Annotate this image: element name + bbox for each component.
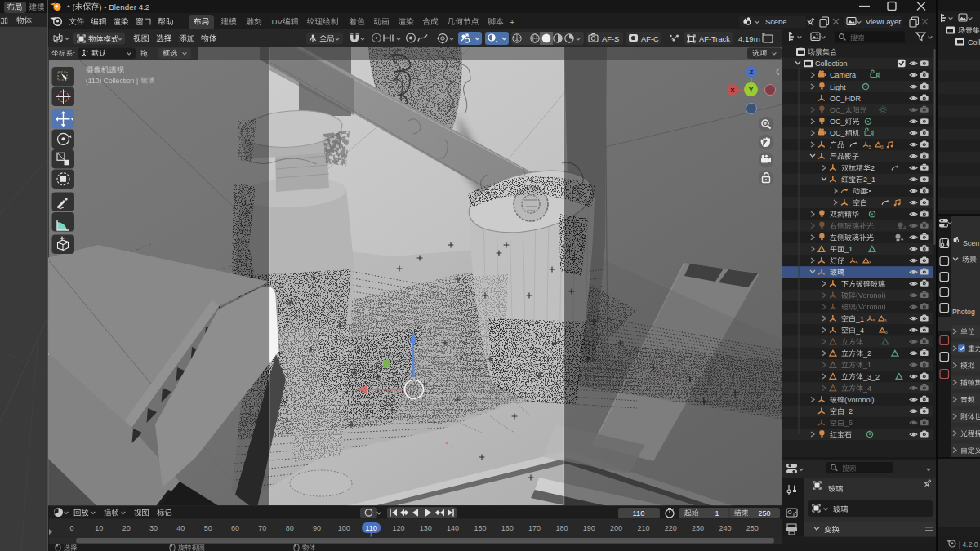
svg-text:) - Blender 4.2: ) - Blender 4.2 xyxy=(99,2,149,11)
svg-text:180: 180 xyxy=(555,524,568,532)
svg-text:110: 110 xyxy=(633,509,645,518)
svg-text::: : xyxy=(73,50,74,58)
svg-text:5: 5 xyxy=(869,144,871,149)
svg-text:240: 240 xyxy=(719,524,731,532)
svg-text:Scene: Scene xyxy=(765,18,786,26)
svg-text:Z: Z xyxy=(750,69,754,76)
svg-text:20: 20 xyxy=(122,524,131,532)
svg-text:_4: _4 xyxy=(862,384,871,393)
svg-text:4: 4 xyxy=(903,225,906,230)
svg-text:Light: Light xyxy=(830,83,846,91)
svg-text:5: 5 xyxy=(873,318,875,323)
svg-text:OC_HDR: OC_HDR xyxy=(830,95,862,103)
svg-text:(110) Collection |: (110) Collection | xyxy=(86,77,138,85)
svg-text:2_1: 2_1 xyxy=(863,176,875,184)
svg-text:X: X xyxy=(730,87,735,94)
svg-text:200: 200 xyxy=(610,524,622,532)
svg-text:_2: _2 xyxy=(862,349,871,358)
svg-text:190: 190 xyxy=(583,524,595,532)
svg-text:ViewLayer: ViewLayer xyxy=(866,18,901,26)
svg-text:Colle: Colle xyxy=(968,38,980,47)
svg-text:AF-Track: AF-Track xyxy=(699,35,730,43)
svg-text:210: 210 xyxy=(637,524,649,532)
svg-text:3: 3 xyxy=(881,144,884,149)
svg-text:140: 140 xyxy=(447,524,459,532)
svg-text:AF-S: AF-S xyxy=(602,35,619,43)
svg-text:...: ... xyxy=(148,50,154,58)
svg-text:_1: _1 xyxy=(844,245,853,253)
svg-text:(Voronoi): (Voronoi) xyxy=(844,396,875,404)
svg-text:10: 10 xyxy=(95,524,103,532)
svg-text:_6: _6 xyxy=(844,419,853,427)
svg-text:Scen: Scen xyxy=(963,239,979,247)
svg-text:0: 0 xyxy=(69,524,74,532)
svg-text:110: 110 xyxy=(365,524,377,532)
svg-text:40: 40 xyxy=(176,524,185,532)
svg-text:100: 100 xyxy=(338,524,350,532)
svg-text:_2: _2 xyxy=(844,407,853,415)
svg-text:250: 250 xyxy=(746,524,759,532)
svg-text:3: 3 xyxy=(869,260,871,265)
svg-text:_1: _1 xyxy=(862,361,871,369)
svg-text:160: 160 xyxy=(501,524,514,532)
svg-text:90: 90 xyxy=(313,524,321,532)
svg-text:60: 60 xyxy=(231,524,239,532)
svg-text:4.19m: 4.19m xyxy=(738,34,760,43)
svg-text:OC_: OC_ xyxy=(830,118,846,126)
svg-text:5: 5 xyxy=(856,260,858,265)
svg-text:+: + xyxy=(510,17,514,27)
svg-text:3: 3 xyxy=(885,330,888,335)
svg-text:Y: Y xyxy=(749,86,754,94)
svg-text:120: 120 xyxy=(392,524,404,532)
svg-text:UV: UV xyxy=(271,17,283,26)
svg-text:220: 220 xyxy=(665,524,677,532)
svg-text:1: 1 xyxy=(715,509,719,518)
svg-text:2: 2 xyxy=(871,164,875,172)
svg-text:AF-C: AF-C xyxy=(641,35,659,43)
svg-text:3: 3 xyxy=(884,318,887,323)
svg-text:30: 30 xyxy=(149,524,158,532)
svg-text:_3_2: _3_2 xyxy=(862,373,880,381)
svg-text:130: 130 xyxy=(420,524,432,532)
svg-text:4: 4 xyxy=(901,237,903,242)
svg-text:OC_: OC_ xyxy=(830,129,846,137)
svg-text:_1: _1 xyxy=(855,315,864,323)
svg-text:(Voronoi): (Voronoi) xyxy=(856,303,886,311)
svg-text:230: 230 xyxy=(692,524,704,532)
svg-text:Photog: Photog xyxy=(952,308,975,316)
svg-text:(Voronoi): (Voronoi) xyxy=(856,291,886,300)
svg-text:OC_: OC_ xyxy=(830,106,846,114)
svg-text:80: 80 xyxy=(286,524,294,532)
svg-text:50: 50 xyxy=(204,524,212,532)
svg-text:250: 250 xyxy=(758,509,770,518)
svg-text:170: 170 xyxy=(528,524,541,532)
svg-text:_4: _4 xyxy=(855,327,864,335)
svg-text:150: 150 xyxy=(474,524,486,532)
svg-text:70: 70 xyxy=(258,524,266,532)
svg-text:| 4.2.0: | 4.2.0 xyxy=(959,540,978,549)
svg-text:Camera: Camera xyxy=(830,71,856,79)
svg-text:Collection: Collection xyxy=(815,60,848,68)
svg-text:* (: * ( xyxy=(67,2,76,11)
